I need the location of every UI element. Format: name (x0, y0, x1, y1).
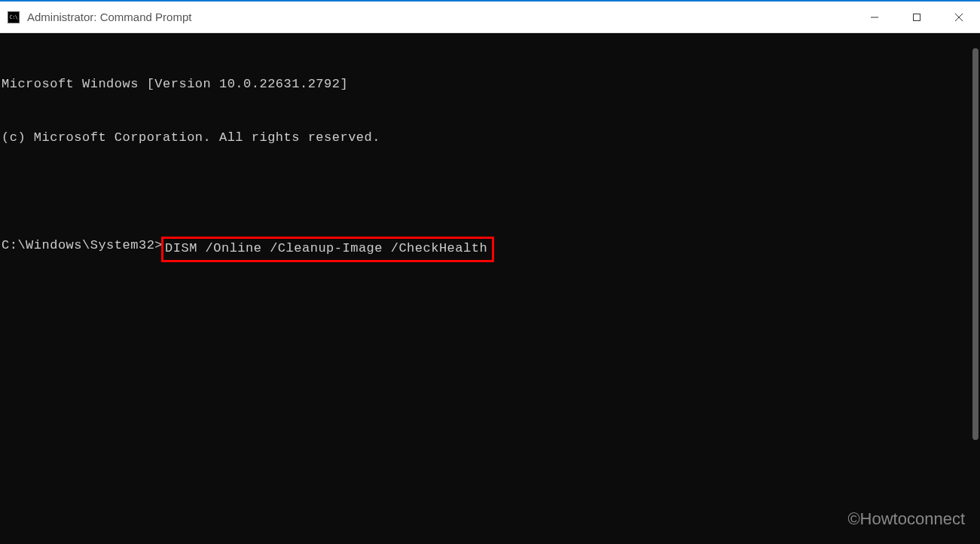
command-text: DISM /Online /Cleanup-Image /CheckHealth (165, 241, 487, 255)
terminal-area[interactable]: Microsoft Windows [Version 10.0.22631.27… (0, 33, 980, 544)
cmd-icon: C:\ (8, 11, 20, 23)
maximize-icon (912, 13, 921, 22)
watermark: ©Howtoconnect (847, 509, 965, 529)
minimize-button[interactable] (853, 2, 896, 32)
close-button[interactable] (938, 2, 980, 32)
command-prompt-window: C:\ Administrator: Command Prompt (0, 0, 980, 544)
svg-rect-1 (914, 14, 920, 20)
scrollbar[interactable] (972, 48, 978, 440)
blank-line (2, 182, 978, 200)
command-highlight-box: DISM /Online /Cleanup-Image /CheckHealth (161, 237, 494, 262)
window-controls (853, 2, 980, 32)
maximize-button[interactable] (896, 2, 938, 32)
prompt-path: C:\Windows\System32> (2, 237, 163, 262)
terminal-content: Microsoft Windows [Version 10.0.22631.27… (0, 33, 980, 304)
prompt-line: C:\Windows\System32>DISM /Online /Cleanu… (2, 237, 978, 262)
window-title: Administrator: Command Prompt (27, 11, 853, 23)
minimize-icon (870, 13, 879, 22)
titlebar[interactable]: C:\ Administrator: Command Prompt (0, 2, 980, 33)
version-line: Microsoft Windows [Version 10.0.22631.27… (2, 75, 978, 93)
cmd-icon-text: C:\ (9, 14, 17, 20)
copyright-line: (c) Microsoft Corporation. All rights re… (2, 129, 978, 147)
close-icon (954, 13, 963, 22)
